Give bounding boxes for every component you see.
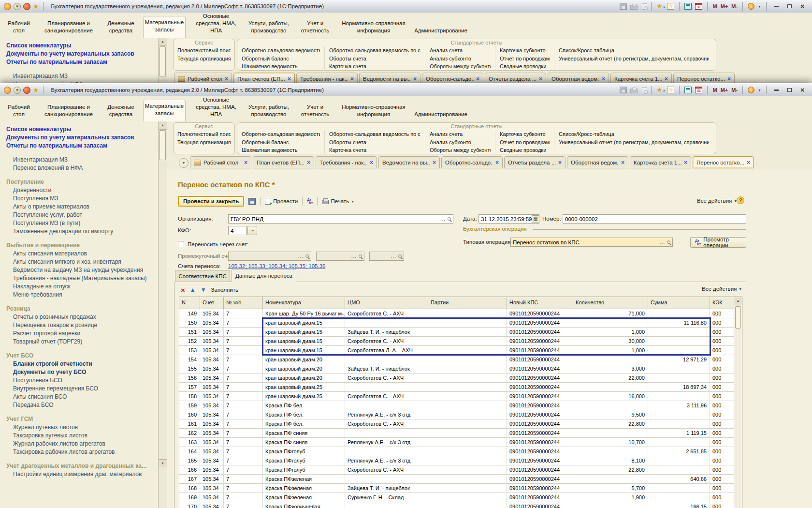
delete-row-icon[interactable]: × (181, 286, 185, 294)
sidebar-item[interactable]: Поступление услуг, работ (6, 211, 159, 219)
table-row[interactable]: 153 105.34 7 кран шаровый диам.15 Скороб… (179, 346, 742, 355)
tab-kps-matching[interactable]: Соответствие КПС (175, 270, 230, 282)
table-row[interactable]: 154 105.34 7 кран шаровый диам.20 090101… (179, 355, 742, 364)
mdi-tab[interactable]: Рабочий стол × (174, 73, 232, 84)
table-row[interactable]: 159 105.34 7 Краска ПФ бел. 090101205900… (179, 401, 742, 410)
forward-icon[interactable] (23, 3, 30, 10)
sidebar-scrollbar[interactable]: ▲ (158, 38, 167, 84)
service-command[interactable]: Полнотекстовый поиск (177, 130, 231, 138)
sidebar-item[interactable]: Журнал путевых листов (6, 423, 159, 432)
memory-subtract-button[interactable]: M- (731, 87, 738, 93)
column-header[interactable]: Счет (200, 297, 224, 309)
restore-button[interactable] (784, 2, 794, 10)
number-field[interactable]: 0000-000002 (563, 214, 746, 224)
calculator-icon[interactable] (684, 3, 692, 10)
sidebar-item[interactable]: Расчет торговой наценки (6, 329, 159, 338)
print-preview-icon[interactable] (642, 3, 647, 10)
sidebar-item[interactable] (6, 346, 159, 352)
close-icon[interactable]: × (225, 75, 228, 82)
service-command[interactable]: Текущая организация (177, 138, 231, 147)
post-button[interactable]: Провести (265, 198, 298, 205)
sidebar-item[interactable]: Отчеты по материальным запасам (6, 142, 159, 150)
save-icon[interactable] (248, 198, 256, 205)
memory-recall-button[interactable]: M (712, 3, 717, 9)
sidebar-item[interactable] (6, 456, 159, 462)
table-row[interactable]: 162 105.34 7 Краска ПФ синяя 09010120590… (179, 429, 742, 438)
column-header[interactable]: Номенклатура (263, 297, 345, 309)
report-command[interactable]: Оборотный баланс (242, 138, 320, 147)
navigation-icon[interactable]: ▼ (14, 3, 21, 10)
sidebar-item[interactable]: Документы по учету материальных запасов (6, 134, 159, 142)
forward-icon[interactable] (23, 87, 30, 94)
report-command[interactable]: Обороты счета (329, 55, 420, 63)
sidebar-item[interactable]: Учет драгоценных металлов и драгоценных … (6, 462, 159, 470)
move-up-icon[interactable]: ▲ (190, 287, 196, 293)
choose-icon[interactable]: ... (440, 216, 446, 222)
save-icon[interactable] (620, 3, 627, 10)
favorites-star-icon[interactable]: ★ (33, 3, 39, 10)
sidebar-item[interactable]: Таксировка путевых листов (6, 432, 159, 440)
close-icon[interactable]: × (727, 75, 731, 82)
report-command[interactable]: Карточка субконто (500, 46, 550, 55)
print-menu-button[interactable]: Печать▼ (322, 198, 354, 204)
column-header[interactable]: КЭК (710, 297, 734, 309)
sidebar-item[interactable] (6, 172, 159, 178)
kfo-field[interactable]: 4 (228, 226, 246, 235)
column-header[interactable]: Новый КПС (507, 297, 573, 309)
memory-recall-button[interactable]: M (712, 87, 717, 93)
move-down-icon[interactable]: ▼ (201, 287, 206, 293)
mdi-tab[interactable]: План счетов (ЕП... × (253, 156, 314, 168)
column-header[interactable]: Сумма (648, 297, 710, 309)
sidebar-item[interactable]: Акты списания БСО (6, 393, 159, 401)
minimize-button[interactable] (771, 86, 781, 94)
info-icon[interactable]: i (748, 3, 754, 10)
ribbon-tab[interactable]: Администрирование (412, 25, 470, 38)
add-favorite-icon[interactable]: ★ (656, 3, 664, 10)
calendar-icon[interactable]: 31 (695, 3, 702, 10)
sidebar-item[interactable]: Таксировка рабочих листов агрегатов (6, 448, 159, 456)
memory-subtract-button[interactable]: M- (731, 3, 738, 9)
close-icon[interactable]: × (684, 159, 687, 166)
ribbon-tab[interactable]: Рабочий стол (3, 101, 35, 121)
fill-button[interactable]: Заполнить (211, 287, 238, 293)
close-button[interactable]: × (798, 86, 807, 94)
post-and-close-button[interactable]: Провести и закрыть (178, 196, 244, 207)
sidebar-item[interactable]: Поступления МЗ (в пути) (6, 219, 159, 227)
org-field[interactable]: ГБУ РО ПНД ... (228, 214, 453, 224)
sidebar-item[interactable]: Документы по учету материальных запасов (6, 50, 159, 58)
report-command[interactable]: Карточка субконто (500, 130, 550, 138)
sidebar-item[interactable]: Отчеты по материальным запасам (6, 58, 159, 66)
sidebar-item[interactable]: Розница (6, 305, 159, 313)
report-command[interactable]: Отчет по проводкам (500, 55, 550, 63)
table-row[interactable]: 170 105.34 7 Краска ПФкоричневая 0901012… (179, 502, 742, 508)
favorites-icon[interactable]: ☆ (667, 3, 674, 10)
date-field[interactable]: 31.12.2015 23:59:59 (478, 214, 539, 224)
mdi-tab[interactable]: Оборотно-сальдо... × (441, 156, 503, 168)
ribbon-tab[interactable]: Денежные средства (102, 17, 139, 38)
report-command[interactable]: Анализ счета (430, 130, 491, 138)
sidebar-item[interactable]: Акты списания мягкого и хоз. инвентаря (6, 258, 159, 266)
navigation-icon[interactable]: ▼ (14, 87, 21, 94)
mdi-tab[interactable]: Оборотная ведом... × (567, 156, 628, 168)
close-icon[interactable]: × (433, 159, 436, 166)
print-preview-icon[interactable] (642, 87, 647, 93)
scroll-up-icon[interactable]: ▲ (734, 297, 742, 305)
table-row[interactable]: 161 105.34 7 Краска ПФ бел. Скоробогатов… (179, 419, 742, 429)
table-row[interactable]: 166 105.34 7 Краска ПФголуб Скоробогатов… (179, 465, 742, 475)
date-picker-icon[interactable]: ▦ (532, 215, 539, 223)
ribbon-tab[interactable]: Основные средства, НМА, НПА (189, 10, 243, 38)
report-command[interactable]: Обороты между субконто (430, 146, 491, 154)
choose-icon[interactable]: ... (660, 239, 665, 245)
ribbon-tab[interactable]: Учет и отчетность (295, 17, 335, 38)
mdi-tab[interactable]: Требования - нак... × (316, 156, 377, 168)
help-icon[interactable]: ? (737, 196, 744, 204)
sidebar-item[interactable]: Акты списания материалов (6, 250, 159, 258)
sidebar-item[interactable]: Передача БСО (6, 401, 159, 409)
report-command[interactable]: Отчет по проводкам (500, 138, 550, 147)
sidebar-item[interactable]: Переоценка товаров в рознице (6, 321, 159, 329)
grid-scrollbar[interactable]: ▲ (734, 297, 742, 508)
report-command[interactable]: Оборотный баланс (242, 55, 320, 63)
report-command[interactable]: Оборотно-сальдовая ведомость (242, 46, 320, 55)
ribbon-tab[interactable]: Нормативно-справочная информация (339, 17, 408, 38)
sidebar-item[interactable]: Накладные на отпуск (6, 283, 159, 291)
